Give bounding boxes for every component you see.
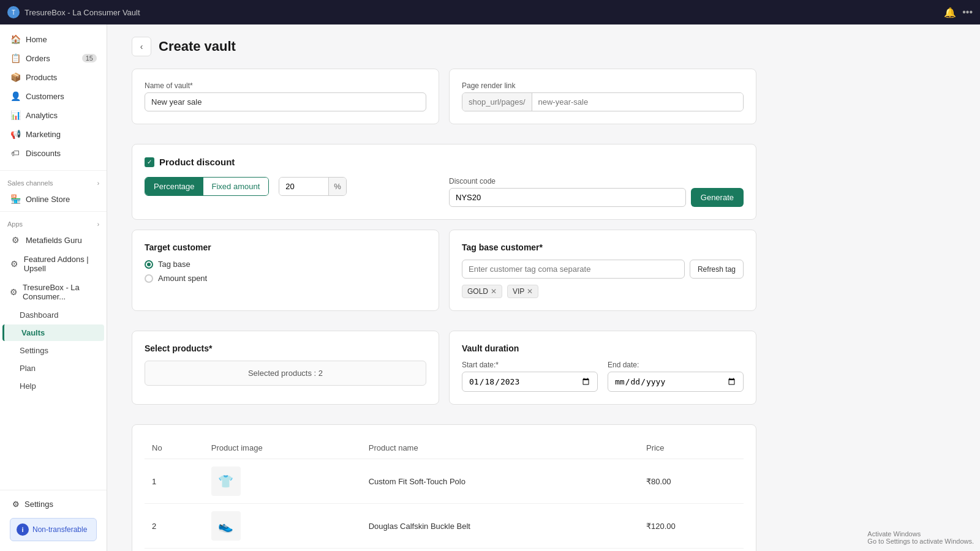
sidebar-item-metafields-guru[interactable]: ⚙ Metafields Guru [2, 231, 104, 249]
refresh-tag-button[interactable]: Refresh tag [690, 260, 744, 279]
sidebar-sub-settings-app[interactable]: Settings [2, 342, 104, 359]
sidebar-sub-dashboard[interactable]: Dashboard [2, 307, 104, 323]
products-label: Products [26, 73, 57, 82]
page-title: Create vault [159, 39, 236, 54]
top-bar-left: T TresureBox - La Consumer Vault [7, 6, 140, 18]
sidebar-item-online-store[interactable]: 🏪 Online Store [2, 190, 104, 208]
discounts-icon: 🏷 [10, 148, 21, 158]
tresurebox-icon: ⚙ [10, 287, 18, 297]
tag-vip-label: VIP [513, 287, 524, 296]
sidebar-settings-item[interactable]: ⚙ Settings [5, 495, 102, 513]
product-image-2: 👟 [211, 511, 241, 541]
tag-gold-close[interactable]: ✕ [491, 287, 497, 296]
marketing-label: Marketing [26, 130, 61, 139]
vault-duration-label: Vault duration [462, 343, 744, 353]
analytics-label: Analytics [26, 111, 58, 120]
fixed-amount-btn[interactable]: Fixed amount [203, 178, 269, 195]
product-discount-checkbox[interactable]: ✓ [145, 157, 154, 167]
sidebar-item-discounts[interactable]: 🏷 Discounts [2, 144, 104, 162]
sidebar-item-marketing[interactable]: 📢 Marketing [2, 125, 104, 143]
col-image-header: Product image [204, 437, 361, 459]
orders-badge: 15 [82, 54, 97, 62]
start-date-input[interactable] [462, 372, 598, 392]
sidebar-bottom: ⚙ Settings i Non-transferable [0, 490, 107, 551]
vault-name-input[interactable] [145, 92, 426, 111]
vault-name-label: Name of vault* [145, 81, 426, 90]
radio-tag-base[interactable]: Tag base [145, 260, 426, 269]
sidebar-sub-plan[interactable]: Plan [2, 360, 104, 377]
vault-name-card: Name of vault* [132, 69, 439, 124]
col-name-header: Product name [361, 437, 639, 459]
more-icon[interactable]: ••• [962, 7, 973, 18]
product-table-card: No Product image Product name Price 1 👕 … [132, 424, 756, 551]
product-image-1: 👕 [211, 467, 241, 496]
start-date-section: Start date:* [462, 361, 598, 392]
app-icon: T [7, 6, 20, 18]
page-render-label: Page render link [462, 81, 744, 90]
sidebar-item-featured-addons[interactable]: ⚙ Featured Addons | Upsell [2, 250, 104, 277]
select-products-label: Select products* [145, 343, 426, 353]
marketing-icon: 📢 [10, 129, 21, 139]
sidebar-item-analytics[interactable]: 📊 Analytics [2, 106, 104, 124]
main-content: ‹ Create vault Name of vault* Page rende… [107, 24, 980, 551]
row-image: 👕 [204, 459, 361, 504]
product-discount-header: ✓ Product discount [145, 157, 744, 167]
generate-button[interactable]: Generate [691, 188, 744, 207]
radio-amount-spent-label: Amount spent [158, 274, 207, 283]
discount-type-toggle: Percentage Fixed amount [145, 177, 269, 196]
tags-display: GOLD ✕ VIP ✕ [462, 285, 744, 298]
product-table: No Product image Product name Price 1 👕 … [145, 437, 744, 549]
vault-duration-grid: Start date:* End date: [462, 361, 744, 392]
sidebar: 🏠 Home 📋 Orders 15 📦 Products 👤 Customer… [0, 24, 107, 551]
discount-code-row: Generate [449, 188, 744, 207]
row-no: 1 [145, 459, 204, 504]
page-render-prefix: shop_url/pages/ [462, 93, 532, 111]
end-date-input[interactable] [608, 372, 744, 392]
products-icon: 📦 [10, 72, 21, 82]
discounts-label: Discounts [26, 149, 61, 158]
tag-vip-close[interactable]: ✕ [527, 287, 533, 296]
back-button[interactable]: ‹ [132, 37, 151, 56]
col-no-header: No [145, 437, 204, 459]
tresurebox-label: TresureBox - La Consumer... [23, 283, 97, 301]
discount-value-wrap: % [279, 177, 347, 196]
sidebar-sub-help[interactable]: Help [2, 378, 104, 394]
top-bar-title: TresureBox - La Consumer Vault [24, 8, 140, 17]
sidebar-item-customers[interactable]: 👤 Customers [2, 87, 104, 105]
table-row: 1 👕 Custom Fit Soft-Touch Polo ₹80.00 [145, 459, 744, 504]
target-customer-label: Target customer [145, 242, 426, 252]
tag-vip: VIP ✕ [507, 285, 538, 298]
notification-icon[interactable]: 🔔 [944, 7, 956, 18]
page-header: ‹ Create vault [132, 37, 756, 56]
tag-input[interactable] [462, 260, 685, 279]
percentage-btn[interactable]: Percentage [145, 178, 203, 195]
row-price: ₹120.00 [639, 504, 744, 549]
sidebar-item-orders[interactable]: 📋 Orders 15 [2, 49, 104, 67]
windows-activate-text: Activate WindowsGo to Settings to activa… [867, 530, 974, 545]
radio-amount-spent[interactable]: Amount spent [145, 274, 426, 283]
orders-icon: 📋 [10, 53, 21, 63]
discount-value-input[interactable] [279, 178, 328, 195]
product-discount-title: Product discount [159, 157, 235, 167]
radio-tag-base-circle [145, 260, 153, 269]
row-price: ₹80.00 [639, 459, 744, 504]
col-price-header: Price [639, 437, 744, 459]
discount-code-section: Discount code Generate [449, 177, 744, 207]
sidebar-sub-vaults[interactable]: Vaults [2, 324, 104, 341]
discount-code-input[interactable] [449, 188, 686, 207]
sidebar-item-home[interactable]: 🏠 Home [2, 30, 104, 48]
home-label: Home [26, 35, 47, 44]
customers-icon: 👤 [10, 91, 21, 101]
radio-tag-base-label: Tag base [158, 260, 190, 269]
sidebar-item-products[interactable]: 📦 Products [2, 68, 104, 86]
online-store-label: Online Store [26, 195, 70, 204]
sidebar-item-tresurebox[interactable]: ⚙ TresureBox - La Consumer... [2, 279, 104, 305]
featured-addons-icon: ⚙ [10, 259, 19, 269]
percent-symbol: % [328, 178, 346, 195]
page-render-input[interactable] [532, 93, 743, 111]
select-products-card: Select products* Selected products : 2 [132, 331, 439, 405]
selected-products-button[interactable]: Selected products : 2 [145, 361, 426, 386]
tag-base-customer-card: Tag base customer* Refresh tag GOLD ✕ VI… [449, 230, 756, 311]
tag-input-row: Refresh tag [462, 260, 744, 279]
row-product-name: Custom Fit Soft-Touch Polo [361, 459, 639, 504]
